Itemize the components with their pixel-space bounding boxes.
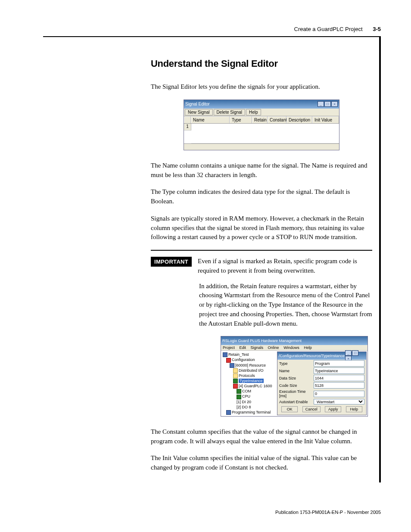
menu-help[interactable]: Help (304, 345, 312, 350)
prop-exec-field[interactable] (314, 391, 364, 397)
intro-paragraph: The Signal Editor lets you define the si… (151, 82, 372, 92)
important-text-2: In addition, the Retain feature requires… (199, 282, 372, 329)
constant-paragraph: The Constant column specifies that the v… (151, 427, 372, 446)
close-icon[interactable]: × (331, 101, 338, 107)
prop-csize-field[interactable] (314, 382, 364, 389)
page-number: 3-5 (373, 26, 381, 32)
tree-cpu[interactable]: CPU (242, 394, 250, 398)
margin-rule (379, 36, 381, 482)
tree-do[interactable]: [2] DO 8 (237, 405, 251, 409)
tree-root[interactable]: Retain_Test (228, 352, 249, 357)
page-header: Create a GuardPLC Project 3-5 (294, 26, 381, 32)
signal-grid-header: Name Type Retain Constant Description In… (184, 116, 339, 124)
prop-type-field[interactable] (314, 360, 364, 367)
tree-progterm[interactable]: Programming Terminal (232, 410, 271, 414)
col-constant: Constant (268, 116, 286, 123)
divider (151, 250, 372, 251)
heading: Understand the Signal Editor (151, 58, 372, 69)
tree-resource[interactable]: [60000] Resource (235, 363, 266, 367)
prop-dsize-field[interactable] (314, 375, 364, 381)
prop-auto-label: Autostart Enable (279, 400, 314, 404)
header-rule (43, 36, 381, 37)
sigeditor-titlebar: Signal Editor _□× (184, 100, 339, 109)
hardware-mgmt-window: RSLogix Guard PLUS Hardware Management P… (221, 336, 368, 417)
prop-name-field[interactable] (314, 367, 364, 374)
important-block: IMPORTANT Even if a signal is marked as … (151, 257, 372, 276)
signal-editor-window: Signal Editor _□× New Signal Delete Sign… (184, 100, 339, 150)
module-icon (237, 395, 241, 399)
folder-icon (233, 373, 238, 378)
init-paragraph: The Init Value column specifies the init… (151, 454, 372, 473)
footer-text: Publication 1753-PM001A-EN-P - November … (275, 510, 381, 515)
menu-project[interactable]: Project (223, 345, 235, 350)
important-text-1: Even if a signal is marked as Retain, sp… (198, 257, 372, 276)
tree-di[interactable]: [1] DI 20 (237, 400, 251, 404)
module-icon (237, 389, 241, 394)
apply-button[interactable]: Apply (325, 406, 341, 412)
cancel-button[interactable]: Cancel (302, 406, 321, 412)
plc-icon (233, 384, 238, 389)
retain-paragraph: Signals are typically stored in RAM memo… (151, 214, 372, 242)
folder-icon (233, 368, 238, 373)
rownum-header (184, 116, 191, 123)
new-signal-button[interactable]: New Signal (185, 109, 213, 115)
menu-edit[interactable]: Edit (240, 345, 246, 350)
col-init: Init Value (312, 116, 339, 123)
hardware-mgmt-figure: RSLogix Guard PLUS Hardware Management P… (151, 336, 368, 417)
project-tree[interactable]: Retain_Test Configuration [60000] Resour… (221, 351, 276, 416)
maximize-icon[interactable]: □ (324, 101, 331, 107)
col-description: Description (286, 116, 312, 123)
ok-button[interactable]: OK (281, 406, 298, 412)
prop-titlebar: /Configuration/Resource/TypeInstance _□× (277, 352, 366, 360)
tree-com[interactable]: COM (242, 389, 251, 393)
prop-exec-label: Execution Time [ms] (279, 389, 314, 398)
minimize-icon[interactable]: _ (318, 101, 324, 107)
name-paragraph: The Name column contains a unique name f… (151, 161, 372, 180)
row-1-num: 1 (184, 124, 191, 131)
tree-typeinstance[interactable]: TypeInstance (239, 379, 264, 383)
delete-signal-button[interactable]: Delete Signal (214, 109, 245, 115)
typeinst-icon (233, 379, 238, 383)
help-button[interactable]: Help (246, 109, 261, 115)
prop-title: /Configuration/Resource/TypeInstance (279, 354, 345, 358)
properties-window: /Configuration/Resource/TypeInstance _□×… (277, 352, 367, 415)
prop-csize-label: Code Size (279, 383, 314, 388)
config-icon (226, 358, 231, 363)
tree-guardplc[interactable]: [4] GuardPLC 1600 (239, 384, 272, 388)
type-paragraph: The Type column indicates the desired da… (151, 187, 372, 206)
sigeditor-toolbar: New Signal Delete Signal Help (184, 109, 339, 116)
menu-windows[interactable]: Windows (283, 345, 299, 350)
tree-config[interactable]: Configuration (232, 358, 255, 362)
resource-icon (230, 363, 234, 368)
signal-grid-body[interactable]: 1 (184, 124, 339, 143)
terminal-icon (226, 410, 231, 415)
window-control-icons: _□× (317, 101, 338, 107)
prop-name-label: Name (279, 369, 314, 373)
menu-online[interactable]: Online (268, 345, 279, 350)
tree-protocols[interactable]: Protocols (239, 373, 255, 378)
section-title: Create a GuardPLC Project (294, 26, 363, 32)
col-type: Type (230, 116, 252, 123)
prop-auto-select[interactable]: Warmstart (314, 399, 364, 404)
important-badge: IMPORTANT (151, 257, 192, 267)
menu-signals[interactable]: Signals (251, 345, 264, 350)
prop-type-label: Type (279, 361, 314, 366)
hw-titlebar: RSLogix Guard PLUS Hardware Management (221, 336, 367, 345)
sigeditor-title: Signal Editor (185, 102, 210, 106)
minimize-icon[interactable]: _ (345, 350, 352, 356)
col-retain: Retain (252, 116, 268, 123)
maximize-icon[interactable]: □ (352, 350, 358, 356)
sigeditor-statusbar (184, 143, 339, 150)
hw-title: RSLogix Guard PLUS Hardware Management (222, 339, 302, 343)
prop-dsize-label: Data Size (279, 376, 314, 380)
help-button[interactable]: Help (346, 406, 362, 412)
col-name: Name (191, 116, 230, 123)
project-icon (223, 352, 227, 357)
signal-editor-figure: Signal Editor _□× New Signal Delete Sign… (151, 100, 372, 150)
tree-dio[interactable]: Distributed I/O (239, 368, 264, 373)
